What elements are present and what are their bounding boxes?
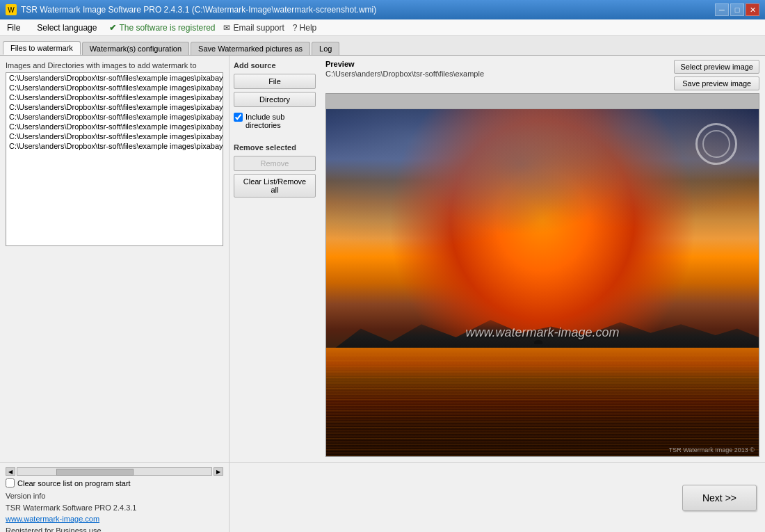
copyright-text: TSR Watermark Image 2013 © [669, 446, 755, 453]
minimize-button[interactable]: ─ [715, 3, 729, 16]
add-source-panel: Add source File Directory Include sub di… [230, 56, 320, 462]
include-subdirs-checkbox[interactable] [234, 113, 243, 122]
list-item[interactable]: C:\Users\anders\Dropbox\tsr-soft\files\e… [6, 141, 223, 151]
menu-email-support[interactable]: ✉ Email support [223, 23, 284, 33]
version-info: Version info TSR Watermark Software PRO … [6, 490, 223, 532]
app-icon: W [6, 4, 17, 15]
file-list-label: Images and Directories with images to ad… [6, 61, 223, 70]
list-item[interactable]: C:\Users\anders\Dropbox\tsr-soft\files\e… [6, 73, 223, 83]
preview-image: www.watermark-image.com TSR Watermark Im… [326, 94, 759, 456]
license-info: Registered for Business use [6, 525, 223, 533]
tab-bar: Files to watermark Watermark(s) configur… [0, 36, 765, 56]
boat [534, 340, 542, 344]
scroll-left-arrow[interactable]: ◀ [6, 467, 15, 476]
clear-list-button[interactable]: Clear List/Remove all [234, 174, 316, 198]
preview-label: Preview [325, 60, 668, 68]
bottom-right: Next >> [230, 463, 765, 532]
clouds-overlay [326, 94, 759, 330]
list-item[interactable]: C:\Users\anders\Dropbox\tsr-soft\files\e… [6, 92, 223, 102]
remove-button[interactable]: Remove [234, 156, 316, 171]
add-source-label: Add source [234, 61, 316, 70]
circle-inner [702, 130, 730, 158]
window-title: TSR Watermark Image Software PRO 2.4.3.1… [21, 5, 376, 15]
scrollbar-row: ◀ ▶ [6, 467, 223, 476]
email-icon: ✉ [223, 23, 230, 33]
preview-info: Preview C:\Users\anders\Dropbox\tsr-soft… [325, 60, 668, 90]
version-info-header: Version info [6, 490, 223, 502]
checkmark-icon: ✔ [109, 23, 116, 33]
preview-image-area: www.watermark-image.com TSR Watermark Im… [325, 93, 759, 457]
preview-panel: Preview C:\Users\anders\Dropbox\tsr-soft… [320, 56, 765, 462]
tab-log[interactable]: Log [312, 42, 339, 55]
clear-source-row: Clear source list on program start [6, 478, 223, 487]
list-item[interactable]: C:\Users\anders\Dropbox\tsr-soft\files\e… [6, 83, 223, 92]
clear-source-label: Clear source list on program start [17, 479, 131, 487]
list-item[interactable]: C:\Users\anders\Dropbox\tsr-soft\files\e… [6, 122, 223, 131]
list-item[interactable]: C:\Users\anders\Dropbox\tsr-soft\files\e… [6, 102, 223, 112]
tab-save-pictures[interactable]: Save Watermarked pictures as [191, 42, 310, 55]
title-bar-controls: ─ □ ✕ [715, 3, 759, 16]
select-preview-button[interactable]: Select preview image [674, 60, 759, 74]
title-bar: W TSR Watermark Image Software PRO 2.4.3… [0, 0, 765, 19]
bottom-section: ◀ ▶ Clear source list on program start V… [0, 462, 765, 532]
list-item[interactable]: C:\Users\anders\Dropbox\tsr-soft\files\e… [6, 131, 223, 141]
include-subdirs-label: Include sub directories [245, 113, 316, 129]
menu-select-language[interactable]: Select language [33, 22, 101, 34]
file-list[interactable]: C:\Users\anders\Dropbox\tsr-soft\files\e… [6, 72, 223, 246]
title-bar-left: W TSR Watermark Image Software PRO 2.4.3… [6, 4, 376, 15]
version-number: TSR Watermark Software PRO 2.4.3.1 [6, 502, 223, 514]
close-button[interactable]: ✕ [746, 3, 759, 16]
next-button[interactable]: Next >> [682, 485, 757, 511]
remove-selected-label: Remove selected [234, 143, 316, 152]
water-reflections [326, 355, 759, 456]
website-link[interactable]: www.watermark-image.com [6, 513, 223, 525]
menu-registered: ✔ The software is registered [109, 23, 215, 33]
left-panel: Images and Directories with images to ad… [0, 56, 230, 462]
bottom-left: ◀ ▶ Clear source list on program start V… [0, 463, 230, 532]
app-icon-letter: W [8, 6, 14, 14]
scrollbar-thumb [56, 469, 134, 476]
maximize-button[interactable]: □ [730, 3, 744, 16]
menu-file[interactable]: File [3, 22, 24, 34]
clear-source-checkbox[interactable] [6, 478, 15, 487]
menu-help[interactable]: ? Help [293, 23, 316, 33]
preview-path: C:\Users\anders\Dropbox\tsr-soft\files\e… [325, 70, 668, 78]
preview-top-bar [326, 94, 759, 109]
scroll-right-arrow[interactable]: ▶ [214, 467, 223, 476]
tab-files-to-watermark[interactable]: Files to watermark [3, 41, 81, 55]
tab-watermarks-config[interactable]: Watermark(s) configuration [82, 42, 189, 55]
preview-controls: Preview C:\Users\anders\Dropbox\tsr-soft… [320, 56, 765, 93]
watermark-text: www.watermark-image.com [465, 325, 619, 340]
horizontal-scrollbar[interactable] [17, 467, 212, 476]
directory-button[interactable]: Directory [234, 92, 316, 107]
include-subdirs-row: Include sub directories [234, 113, 316, 129]
help-question-icon: ? [293, 23, 298, 33]
list-item[interactable]: C:\Users\anders\Dropbox\tsr-soft\files\e… [6, 112, 223, 122]
save-preview-button[interactable]: Save preview image [674, 76, 759, 90]
file-button[interactable]: File [234, 74, 316, 89]
preview-buttons: Select preview image Save preview image [674, 60, 759, 90]
circle-watermark [695, 123, 737, 165]
menu-bar: File Select language ✔ The software is r… [0, 19, 765, 36]
